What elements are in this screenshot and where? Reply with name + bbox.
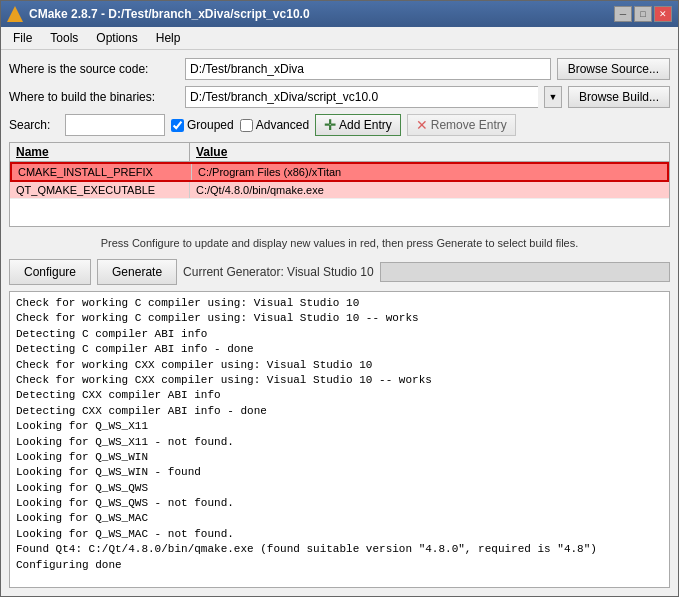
table-row[interactable]: CMAKE_INSTALL_PREFIX C:/Program Files (x… <box>10 162 669 182</box>
row-name-1: QT_QMAKE_EXECUTABLE <box>10 182 190 198</box>
row-value-1: C:/Qt/4.8.0/bin/qmake.exe <box>190 182 669 198</box>
grouped-checkbox-label: Grouped <box>171 118 234 132</box>
add-icon: ✛ <box>324 117 336 133</box>
build-label: Where to build the binaries: <box>9 90 179 104</box>
build-input[interactable] <box>185 86 538 108</box>
log-line: Looking for Q_WS_X11 <box>16 419 663 434</box>
col-name-header: Name <box>10 143 190 161</box>
close-button[interactable]: ✕ <box>654 6 672 22</box>
search-row: Search: Grouped Advanced ✛ Add Entry ✕ R… <box>9 114 670 136</box>
restore-button[interactable]: □ <box>634 6 652 22</box>
build-dropdown-arrow[interactable]: ▼ <box>544 86 562 108</box>
remove-entry-label: Remove Entry <box>431 118 507 132</box>
titlebar-left: CMake 2.8.7 - D:/Test/branch_xDiva/scrip… <box>7 6 310 22</box>
build-row: Where to build the binaries: ▼ Browse Bu… <box>9 86 670 108</box>
source-row: Where is the source code: Browse Source.… <box>9 58 670 80</box>
menu-help[interactable]: Help <box>148 29 189 47</box>
menu-options[interactable]: Options <box>88 29 145 47</box>
log-line: Looking for Q_WS_X11 - not found. <box>16 435 663 450</box>
log-line: Looking for Q_WS_QWS <box>16 481 663 496</box>
advanced-checkbox[interactable] <box>240 119 253 132</box>
action-row: Configure Generate Current Generator: Vi… <box>9 259 670 285</box>
log-line: Detecting C compiler ABI info - done <box>16 342 663 357</box>
remove-icon: ✕ <box>416 117 428 133</box>
source-label: Where is the source code: <box>9 62 179 76</box>
menu-tools[interactable]: Tools <box>42 29 86 47</box>
minimize-button[interactable]: ─ <box>614 6 632 22</box>
menubar: File Tools Options Help <box>1 27 678 50</box>
advanced-checkbox-label: Advanced <box>240 118 309 132</box>
log-line: Detecting CXX compiler ABI info <box>16 388 663 403</box>
generator-label: Current Generator: Visual Studio 10 <box>183 265 374 279</box>
browse-source-button[interactable]: Browse Source... <box>557 58 670 80</box>
log-line: Check for working CXX compiler using: Vi… <box>16 373 663 388</box>
log-line: Looking for Q_WS_WIN <box>16 450 663 465</box>
grouped-label: Grouped <box>187 118 234 132</box>
search-label: Search: <box>9 118 59 132</box>
log-container[interactable]: Check for working C compiler using: Visu… <box>9 291 670 588</box>
hint-text: Press Configure to update and display ne… <box>9 233 670 253</box>
generate-button[interactable]: Generate <box>97 259 177 285</box>
advanced-label: Advanced <box>256 118 309 132</box>
search-input[interactable] <box>65 114 165 136</box>
table-header: Name Value <box>10 143 669 162</box>
log-line: Detecting C compiler ABI info <box>16 327 663 342</box>
log-line: Looking for Q_WS_MAC - not found. <box>16 527 663 542</box>
log-line: Detecting CXX compiler ABI info - done <box>16 404 663 419</box>
main-window: CMake 2.8.7 - D:/Test/branch_xDiva/scrip… <box>0 0 679 597</box>
main-content: Where is the source code: Browse Source.… <box>1 50 678 596</box>
log-line: Configuring done <box>16 558 663 573</box>
remove-entry-button[interactable]: ✕ Remove Entry <box>407 114 516 136</box>
log-line: Check for working C compiler using: Visu… <box>16 311 663 326</box>
menu-file[interactable]: File <box>5 29 40 47</box>
row-value-0: C:/Program Files (x86)/xTitan <box>192 164 667 180</box>
titlebar: CMake 2.8.7 - D:/Test/branch_xDiva/scrip… <box>1 1 678 27</box>
log-line: Check for working CXX compiler using: Vi… <box>16 358 663 373</box>
add-entry-label: Add Entry <box>339 118 392 132</box>
log-line: Looking for Q_WS_MAC <box>16 511 663 526</box>
col-value-header: Value <box>190 143 669 161</box>
window-title: CMake 2.8.7 - D:/Test/branch_xDiva/scrip… <box>29 7 310 21</box>
log-line: Found Qt4: C:/Qt/4.8.0/bin/qmake.exe (fo… <box>16 542 663 557</box>
log-line: Check for working C compiler using: Visu… <box>16 296 663 311</box>
log-line: Looking for Q_WS_WIN - found <box>16 465 663 480</box>
source-input[interactable] <box>185 58 551 80</box>
cmake-table: Name Value CMAKE_INSTALL_PREFIX C:/Progr… <box>9 142 670 227</box>
log-line: Looking for Q_WS_QWS - not found. <box>16 496 663 511</box>
titlebar-controls: ─ □ ✕ <box>614 6 672 22</box>
generator-progress-bar <box>380 262 670 282</box>
table-row[interactable]: QT_QMAKE_EXECUTABLE C:/Qt/4.8.0/bin/qmak… <box>10 182 669 199</box>
row-name-0: CMAKE_INSTALL_PREFIX <box>12 164 192 180</box>
browse-build-button[interactable]: Browse Build... <box>568 86 670 108</box>
cmake-icon <box>7 6 23 22</box>
grouped-checkbox[interactable] <box>171 119 184 132</box>
configure-button[interactable]: Configure <box>9 259 91 285</box>
add-entry-button[interactable]: ✛ Add Entry <box>315 114 401 136</box>
